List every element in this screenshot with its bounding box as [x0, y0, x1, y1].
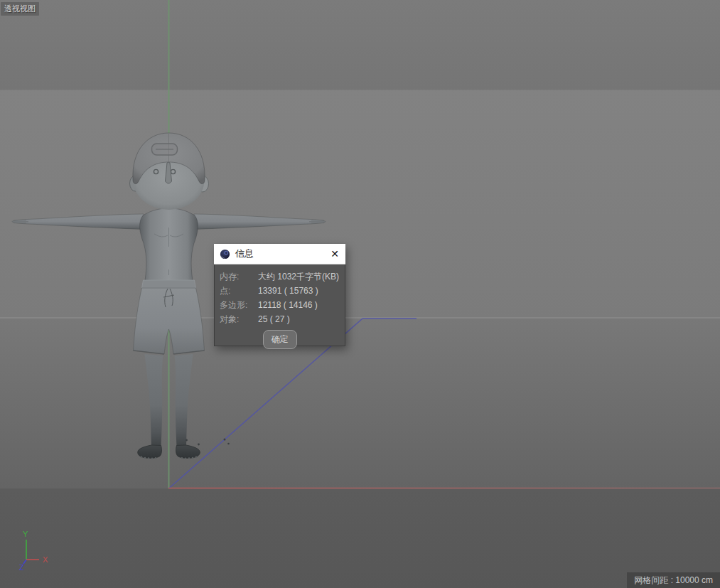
cinema4d-logo-icon — [220, 249, 230, 260]
info-row-label: 点: — [220, 284, 258, 298]
axis-gizmo: Y X Z — [6, 528, 55, 584]
shorts — [134, 288, 205, 354]
info-row-label: 多边形: — [220, 298, 258, 312]
info-row-value: 大约 1032千字节(KB) — [258, 269, 339, 284]
viewport[interactable]: 透视视图 信息 ✕ 内存: 大约 1032千字节(KB) — [0, 0, 720, 588]
info-row-objects: 对象: 25 ( 27 ) — [220, 312, 340, 326]
info-dialog: 信息 ✕ 内存: 大约 1032千字节(KB) 点: 13391 ( 15763… — [214, 244, 345, 346]
right-leg — [175, 354, 193, 447]
grid-spacing-status: 网格间距 : 10000 cm — [627, 572, 720, 588]
right-arm — [194, 214, 326, 230]
left-leg — [145, 354, 163, 447]
info-row-value: 13391 ( 15763 ) — [258, 284, 318, 298]
close-icon[interactable]: ✕ — [330, 249, 340, 259]
info-row-label: 内存: — [220, 269, 258, 284]
info-row-value: 25 ( 27 ) — [258, 312, 290, 326]
left-arm — [12, 214, 144, 230]
info-row-points: 点: 13391 ( 15763 ) — [220, 284, 340, 298]
gizmo-z-label: Z — [19, 563, 24, 572]
info-row-label: 对象: — [220, 312, 258, 326]
mesh-specks — [186, 439, 230, 446]
gizmo-y-label: Y — [23, 530, 28, 538]
view-label: 透视视图 — [1, 2, 39, 16]
info-row-polygons: 多边形: 12118 ( 14146 ) — [220, 298, 340, 312]
info-row-value: 12118 ( 14146 ) — [258, 298, 318, 312]
info-row-memory: 内存: 大约 1032千字节(KB) — [220, 269, 340, 284]
gizmo-x-label: X — [43, 555, 48, 564]
shorts-waistband — [142, 280, 196, 288]
dialog-body: 内存: 大约 1032千字节(KB) 点: 13391 ( 15763 ) 多边… — [214, 264, 345, 346]
ok-button[interactable]: 确定 — [263, 330, 297, 349]
dialog-titlebar[interactable]: 信息 ✕ — [214, 244, 345, 264]
dialog-title: 信息 — [235, 247, 254, 260]
